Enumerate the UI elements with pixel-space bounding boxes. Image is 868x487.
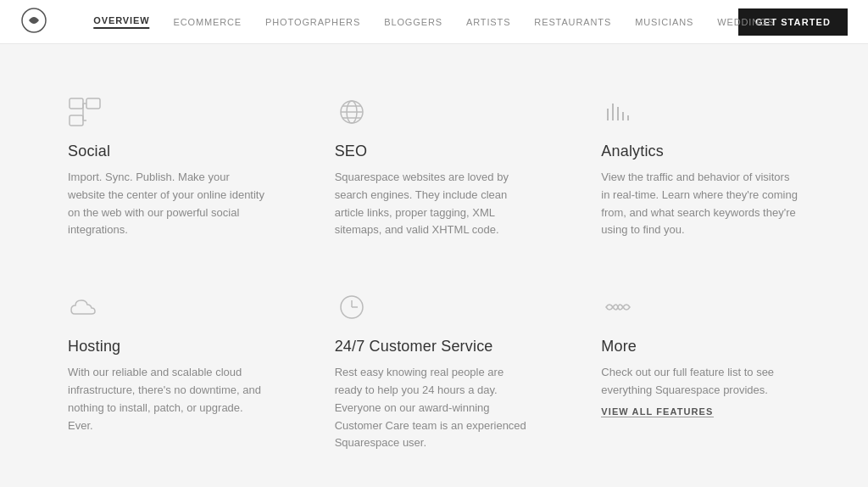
svg-rect-2 xyxy=(86,98,100,109)
feature-more: More Check out our full feature list to … xyxy=(601,290,800,452)
feature-seo: SEO Squarespace websites are loved by se… xyxy=(335,95,534,239)
analytics-icon xyxy=(601,95,642,129)
svg-rect-1 xyxy=(70,98,83,109)
nav-item-overview[interactable]: OVERVIEW xyxy=(93,15,149,29)
feature-analytics: Analytics View the traffic and behavior … xyxy=(601,95,800,239)
nav-item-photographers[interactable]: PHOTOGRAPHERS xyxy=(265,17,360,27)
customer-service-desc: Rest easy knowing real people are ready … xyxy=(335,364,534,452)
globe-icon xyxy=(335,95,376,129)
nav-item-ecommerce[interactable]: ECOMMERCE xyxy=(173,17,242,27)
header: OVERVIEW ECOMMERCE PHOTOGRAPHERS BLOGGER… xyxy=(0,0,868,44)
feature-customer-service: 24/7 Customer Service Rest easy knowing … xyxy=(335,290,534,452)
social-icon xyxy=(68,95,108,129)
more-desc: Check out our full feature list to see e… xyxy=(601,364,800,400)
squarespace-logo-icon xyxy=(20,7,47,36)
analytics-title: Analytics xyxy=(601,143,800,160)
nav-item-restaurants[interactable]: RESTAURANTS xyxy=(534,17,611,27)
seo-title: SEO xyxy=(335,143,534,160)
hosting-title: Hosting xyxy=(68,338,267,355)
main-content: Social Import. Sync. Publish. Make your … xyxy=(0,44,868,487)
nav-item-artists[interactable]: ARTISTS xyxy=(466,17,510,27)
nav-item-weddings[interactable]: WEDDINGS xyxy=(717,17,775,27)
more-title: More xyxy=(601,338,800,355)
view-all-features-link[interactable]: VIEW ALL FEATURES xyxy=(601,406,713,417)
features-grid: Social Import. Sync. Publish. Make your … xyxy=(68,95,800,452)
hosting-desc: With our reliable and scalable cloud inf… xyxy=(68,364,267,434)
nav-item-musicians[interactable]: MUSICIANS xyxy=(635,17,693,27)
feature-hosting: Hosting With our reliable and scalable c… xyxy=(68,290,267,452)
clock-icon xyxy=(335,290,376,324)
feature-social: Social Import. Sync. Publish. Make your … xyxy=(68,95,267,239)
cloud-icon xyxy=(68,290,108,324)
customer-service-title: 24/7 Customer Service xyxy=(335,338,534,355)
svg-rect-3 xyxy=(70,115,83,126)
main-nav: OVERVIEW ECOMMERCE PHOTOGRAPHERS BLOGGER… xyxy=(93,15,774,29)
analytics-desc: View the traffic and behavior of visitor… xyxy=(601,169,800,239)
social-desc: Import. Sync. Publish. Make your website… xyxy=(68,169,267,239)
social-title: Social xyxy=(68,143,267,160)
nav-item-bloggers[interactable]: BLOGGERS xyxy=(384,17,442,27)
logo[interactable] xyxy=(20,7,47,36)
infinity-icon xyxy=(601,290,642,324)
seo-desc: Squarespace websites are loved by search… xyxy=(335,169,534,239)
